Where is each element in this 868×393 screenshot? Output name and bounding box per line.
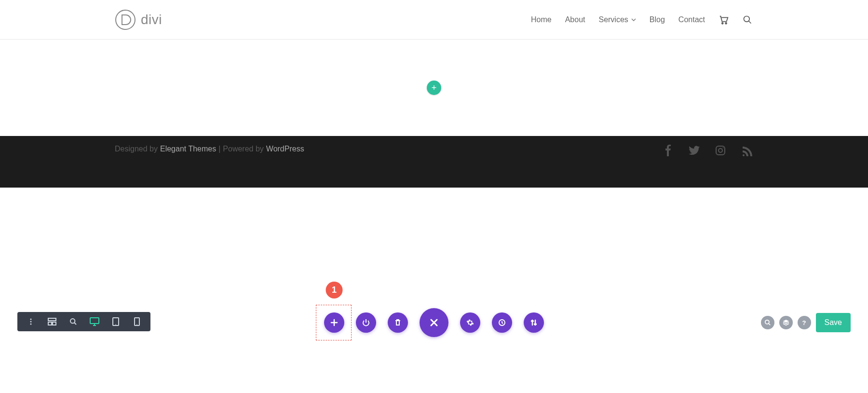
zoom-view-button[interactable] bbox=[64, 312, 83, 331]
kebab-icon bbox=[27, 318, 35, 325]
footer-separator: | bbox=[218, 145, 220, 153]
builder-view-toolbar bbox=[17, 312, 150, 331]
nav-blog[interactable]: Blog bbox=[650, 15, 665, 24]
svg-point-9 bbox=[30, 324, 32, 325]
svg-point-0 bbox=[116, 10, 135, 29]
builder-canvas: + bbox=[0, 40, 868, 136]
search-icon bbox=[69, 318, 77, 325]
nav-services[interactable]: Services bbox=[598, 15, 636, 24]
quick-search-button[interactable] bbox=[761, 316, 774, 329]
phone-icon bbox=[134, 317, 140, 326]
svg-rect-10 bbox=[48, 318, 56, 321]
facebook-icon[interactable] bbox=[663, 145, 674, 156]
page-settings-button[interactable] bbox=[460, 312, 480, 333]
wireframe-view-button[interactable] bbox=[42, 312, 62, 331]
step-badge: 1 bbox=[326, 282, 343, 298]
logo-text: divi bbox=[141, 12, 162, 27]
load-layout-button[interactable] bbox=[324, 312, 344, 333]
nav-about[interactable]: About bbox=[565, 15, 585, 24]
tablet-view-button[interactable] bbox=[106, 312, 125, 331]
svg-rect-4 bbox=[716, 146, 725, 155]
logo-mark-icon bbox=[115, 9, 136, 30]
history-button[interactable] bbox=[492, 312, 512, 333]
svg-point-13 bbox=[70, 319, 75, 323]
svg-point-2 bbox=[725, 22, 727, 24]
primary-nav: Home About Services Blog Contact bbox=[531, 14, 752, 25]
load-layout-button-wrapper: 1 bbox=[324, 312, 344, 333]
search-icon bbox=[764, 319, 771, 326]
clock-icon bbox=[498, 319, 506, 326]
rss-icon[interactable] bbox=[741, 145, 752, 156]
phone-view-button[interactable] bbox=[127, 312, 147, 331]
desktop-icon bbox=[90, 317, 99, 326]
gear-icon bbox=[466, 319, 474, 326]
search-icon[interactable] bbox=[743, 15, 752, 25]
plus-icon bbox=[330, 319, 338, 326]
svg-rect-11 bbox=[48, 322, 52, 325]
svg-point-5 bbox=[719, 149, 722, 152]
portability-button[interactable] bbox=[524, 312, 544, 333]
plus-icon: + bbox=[432, 83, 437, 93]
footer-credits: Designed by Elegant Themes | Powered by … bbox=[115, 145, 304, 153]
nav-home[interactable]: Home bbox=[531, 15, 552, 24]
more-options-button[interactable] bbox=[21, 312, 41, 331]
builder-main-toolbar: 1 bbox=[324, 308, 544, 337]
svg-point-1 bbox=[722, 22, 723, 24]
footer-themes-link[interactable]: Elegant Themes bbox=[160, 145, 216, 153]
layers-button[interactable] bbox=[779, 316, 793, 329]
footer-prefix: Designed by bbox=[115, 145, 158, 153]
clear-layout-button[interactable] bbox=[388, 312, 408, 333]
add-section-button[interactable]: + bbox=[427, 81, 441, 95]
swap-vertical-icon bbox=[530, 319, 538, 326]
twitter-icon[interactable] bbox=[689, 145, 700, 156]
site-header: divi Home About Services Blog Contact bbox=[0, 0, 868, 40]
help-button[interactable]: ? bbox=[798, 316, 811, 329]
layers-icon bbox=[783, 319, 789, 326]
svg-point-18 bbox=[136, 324, 137, 325]
footer-social bbox=[663, 145, 752, 156]
close-builder-button[interactable] bbox=[420, 308, 448, 337]
save-button[interactable]: Save bbox=[816, 313, 851, 332]
chevron-down-icon bbox=[631, 17, 636, 22]
instagram-icon[interactable] bbox=[715, 145, 726, 156]
save-to-library-button[interactable] bbox=[356, 312, 376, 333]
help-icon: ? bbox=[802, 319, 806, 326]
close-icon bbox=[429, 318, 439, 327]
nav-contact[interactable]: Contact bbox=[678, 15, 705, 24]
svg-point-3 bbox=[744, 16, 750, 22]
tablet-icon bbox=[112, 317, 120, 326]
svg-rect-12 bbox=[53, 322, 56, 325]
nav-services-label: Services bbox=[598, 15, 628, 24]
below-footer-space bbox=[0, 188, 868, 393]
wireframe-icon bbox=[48, 317, 56, 326]
builder-right-toolbar: ? Save bbox=[761, 313, 851, 332]
svg-point-7 bbox=[30, 319, 32, 320]
footer-mid: Powered by bbox=[223, 145, 264, 153]
power-icon bbox=[362, 319, 370, 326]
svg-point-16 bbox=[115, 324, 116, 325]
svg-point-20 bbox=[765, 320, 769, 324]
trash-icon bbox=[394, 319, 402, 326]
svg-point-8 bbox=[30, 321, 32, 323]
site-footer: Designed by Elegant Themes | Powered by … bbox=[0, 136, 868, 188]
desktop-view-button[interactable] bbox=[85, 312, 104, 331]
footer-wordpress-link[interactable]: WordPress bbox=[266, 145, 304, 153]
svg-rect-14 bbox=[90, 318, 99, 324]
logo[interactable]: divi bbox=[115, 9, 162, 30]
cart-icon[interactable] bbox=[719, 14, 729, 25]
svg-point-6 bbox=[723, 148, 724, 149]
